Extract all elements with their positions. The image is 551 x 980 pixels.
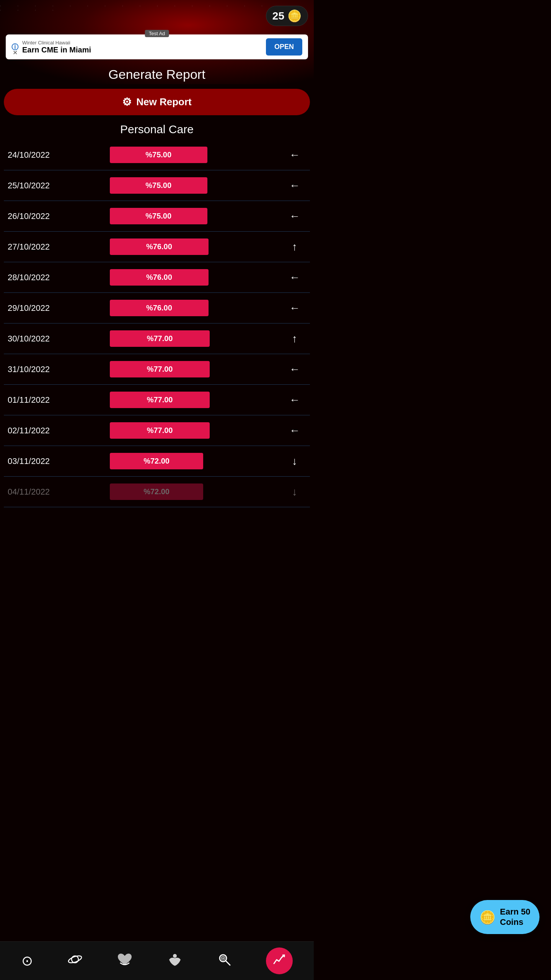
new-report-label: New Report — [136, 96, 191, 108]
date-cell: 04/11/2022 — [4, 477, 106, 507]
ad-text: Winter Clinical Hawaii Earn CME in Miami — [22, 40, 262, 54]
coins-icon: 🪙 — [287, 9, 302, 23]
trend-arrow: ↑ — [279, 323, 310, 354]
trend-arrow: ← — [279, 293, 310, 323]
date-cell: 25/10/2022 — [4, 170, 106, 201]
date-cell: 31/10/2022 — [4, 354, 106, 385]
progress-bar: %75.00 — [110, 147, 207, 163]
trend-arrow: ← — [279, 385, 310, 415]
date-cell: 01/11/2022 — [4, 385, 106, 415]
table-row[interactable]: 24/10/2022 %75.00 ← — [4, 140, 310, 170]
bar-cell: %76.00 — [106, 293, 279, 323]
table-row[interactable]: 02/11/2022 %77.00 ← — [4, 415, 310, 446]
table-row[interactable]: 01/11/2022 %77.00 ← — [4, 385, 310, 415]
trend-arrow: ↓ — [279, 446, 310, 477]
section-title: Personal Care — [4, 123, 310, 136]
table-row[interactable]: 29/10/2022 %76.00 ← — [4, 293, 310, 323]
trend-arrow: ← — [279, 262, 310, 293]
progress-bar: %76.00 — [110, 238, 209, 255]
trend-arrow: ← — [279, 354, 310, 385]
date-cell: 02/11/2022 — [4, 415, 106, 446]
trend-arrow: ← — [279, 201, 310, 232]
bar-cell: %72.00 — [106, 446, 279, 477]
progress-bar: %75.00 — [110, 177, 207, 194]
trend-arrow: ↑ — [279, 232, 310, 262]
ad-banner: Test Ad ⓘ Winter Clinical Hawaii Earn CM… — [6, 34, 308, 59]
progress-bar: %72.00 — [110, 483, 204, 500]
ad-open-button[interactable]: OPEN — [266, 38, 302, 56]
table-row[interactable]: 27/10/2022 %76.00 ↑ — [4, 232, 310, 262]
progress-bar: %75.00 — [110, 208, 207, 224]
table-row[interactable]: 30/10/2022 %77.00 ↑ — [4, 323, 310, 354]
trend-arrow: ↓ — [279, 477, 310, 507]
bar-cell: %77.00 — [106, 354, 279, 385]
bar-cell: %75.00 — [106, 140, 279, 170]
progress-bar: %77.00 — [110, 330, 210, 347]
bar-cell: %76.00 — [106, 262, 279, 293]
table-row[interactable]: 31/10/2022 %77.00 ← — [4, 354, 310, 385]
table-row[interactable]: 28/10/2022 %76.00 ← — [4, 262, 310, 293]
table-row[interactable]: 03/11/2022 %72.00 ↓ — [4, 446, 310, 477]
date-cell: 30/10/2022 — [4, 323, 106, 354]
bar-cell: %72.00 — [106, 477, 279, 507]
coins-badge: 25 🪙 — [266, 6, 308, 26]
table-row[interactable]: 26/10/2022 %75.00 ← — [4, 201, 310, 232]
date-cell: 26/10/2022 — [4, 201, 106, 232]
bar-cell: %75.00 — [106, 170, 279, 201]
report-table: 24/10/2022 %75.00 ← 25/10/2022 %75.00 ← … — [4, 140, 310, 507]
page-title: Generate Report — [4, 67, 310, 82]
bar-cell: %77.00 — [106, 415, 279, 446]
progress-bar: %76.00 — [110, 269, 209, 286]
table-row[interactable]: 25/10/2022 %75.00 ← — [4, 170, 310, 201]
date-cell: 24/10/2022 — [4, 140, 106, 170]
trend-arrow: ← — [279, 170, 310, 201]
trend-arrow: ← — [279, 415, 310, 446]
ad-title: Winter Clinical Hawaii — [22, 40, 262, 46]
date-cell: 29/10/2022 — [4, 293, 106, 323]
main-content: Generate Report ⚙ New Report Personal Ca… — [0, 67, 314, 507]
bar-cell: %75.00 — [106, 201, 279, 232]
progress-bar: %77.00 — [110, 361, 210, 377]
bar-cell: %77.00 — [106, 385, 279, 415]
new-report-button[interactable]: ⚙ New Report — [4, 89, 310, 115]
bar-cell: %77.00 — [106, 323, 279, 354]
progress-bar: %76.00 — [110, 300, 209, 316]
date-cell: 27/10/2022 — [4, 232, 106, 262]
date-cell: 28/10/2022 — [4, 262, 106, 293]
bar-cell: %76.00 — [106, 232, 279, 262]
progress-bar: %77.00 — [110, 422, 210, 439]
date-cell: 03/11/2022 — [4, 446, 106, 477]
ad-close-button[interactable]: ✕ — [13, 49, 18, 56]
coins-count: 25 — [272, 10, 284, 22]
progress-bar: %77.00 — [110, 392, 210, 408]
table-row[interactable]: 04/11/2022 %72.00 ↓ — [4, 477, 310, 507]
gear-icon: ⚙ — [122, 96, 132, 108]
progress-bar: %72.00 — [110, 453, 204, 469]
trend-arrow: ← — [279, 140, 310, 170]
ad-badge-label: Test Ad — [145, 30, 169, 37]
ad-main-text: Earn CME in Miami — [22, 46, 262, 54]
